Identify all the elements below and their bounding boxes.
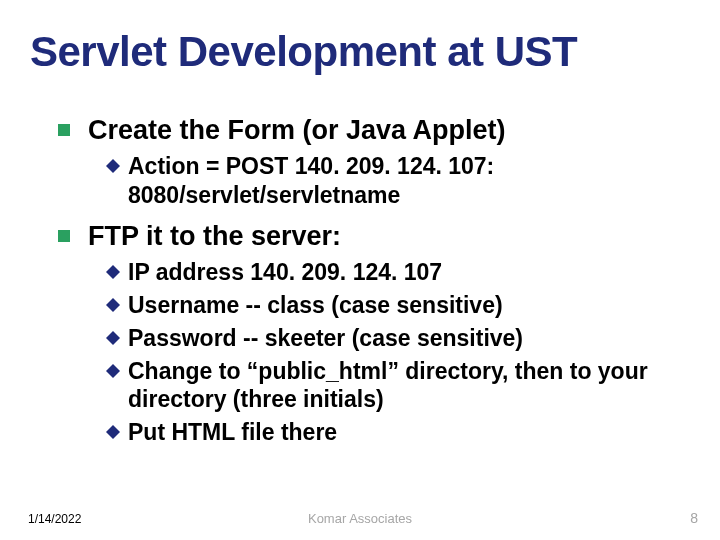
svg-marker-1 [106,265,120,279]
bullet-level2: Username -- class (case sensitive) [106,291,690,320]
diamond-bullet-icon [106,265,120,279]
sub-list: Action = POST 140. 209. 124. 107: 8080/s… [106,152,690,210]
bullet-level2: Put HTML file there [106,418,690,447]
sub-lead: Password [128,325,237,351]
svg-marker-2 [106,298,120,312]
bullet-level1: FTP it to the server: [58,220,690,252]
bullet-level2: IP address 140. 209. 124. 107 [106,258,690,287]
sub-rest: -- skeeter (case sensitive) [237,325,523,351]
slide-title: Servlet Development at UST [30,28,577,76]
bullet-level1: Create the Form (or Java Applet) [58,114,690,146]
footer-page-number: 8 [690,510,698,526]
slide: Servlet Development at UST Create the Fo… [0,0,720,540]
sub-bullet-text: Change to “public_html” directory, then … [128,357,690,415]
sub-lead: Action [128,153,200,179]
sub-lead: IP [128,259,149,285]
sub-rest: -- class (case sensitive) [239,292,502,318]
diamond-bullet-icon [106,159,120,173]
bullet-level2: Password -- skeeter (case sensitive) [106,324,690,353]
sub-bullet-text: Action = POST 140. 209. 124. 107: 8080/s… [128,152,690,210]
sub-lead: Put [128,419,165,445]
slide-content: Create the Form (or Java Applet) Action … [58,110,690,449]
sub-rest: HTML file there [165,419,337,445]
square-bullet-icon [58,230,70,242]
bullet-text: FTP it to the server: [88,220,341,252]
sub-lead: Username [128,292,239,318]
sub-rest: address 140. 209. 124. 107 [149,259,442,285]
diamond-bullet-icon [106,364,120,378]
svg-marker-4 [106,364,120,378]
sub-bullet-text: Username -- class (case sensitive) [128,291,503,320]
diamond-bullet-icon [106,425,120,439]
svg-marker-3 [106,331,120,345]
sub-lead: Change [128,358,212,384]
diamond-bullet-icon [106,298,120,312]
footer-center: Komar Associates [0,511,720,526]
sub-bullet-text: Password -- skeeter (case sensitive) [128,324,523,353]
bullet-level2: Change to “public_html” directory, then … [106,357,690,415]
sub-bullet-text: Put HTML file there [128,418,337,447]
sub-bullet-text: IP address 140. 209. 124. 107 [128,258,442,287]
bullet-level2: Action = POST 140. 209. 124. 107: 8080/s… [106,152,690,210]
bullet-text: Create the Form (or Java Applet) [88,114,506,146]
svg-marker-5 [106,425,120,439]
square-bullet-icon [58,124,70,136]
sub-list: IP address 140. 209. 124. 107 Username -… [106,258,690,447]
svg-marker-0 [106,159,120,173]
diamond-bullet-icon [106,331,120,345]
